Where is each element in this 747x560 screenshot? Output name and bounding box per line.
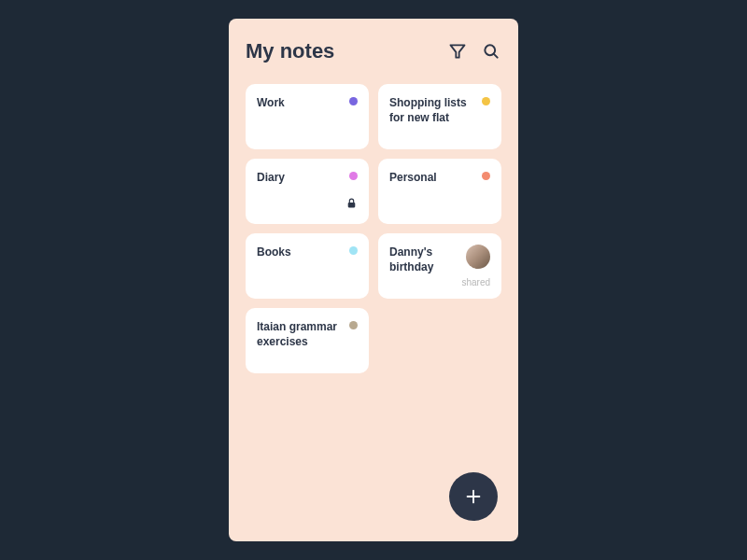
note-title: Itaian grammar exercises	[257, 319, 342, 349]
note-title: Personal	[389, 170, 474, 185]
note-card-work[interactable]: Work	[246, 84, 369, 149]
svg-rect-3	[348, 203, 356, 207]
note-card-diary[interactable]: Diary	[246, 159, 369, 224]
note-card-shopping[interactable]: Shopping lists for new flat	[378, 84, 501, 149]
lock-icon	[345, 196, 358, 213]
notes-app-screen: My notes Work Shopping lists for new fla…	[229, 19, 518, 541]
note-card-danny[interactable]: Danny's birthday shared	[378, 233, 501, 299]
color-dot	[482, 172, 490, 180]
color-dot	[349, 172, 358, 180]
note-card-italian[interactable]: Itaian grammar exercises	[246, 308, 369, 373]
notes-grid: Work Shopping lists for new flat Diary	[246, 84, 501, 373]
color-dot	[349, 97, 358, 105]
shared-label: shared	[461, 277, 490, 287]
page-title: My notes	[246, 39, 334, 63]
avatar	[466, 245, 490, 269]
color-dot	[482, 97, 490, 105]
note-title: Work	[257, 95, 342, 110]
header-actions	[447, 41, 501, 62]
plus-icon	[463, 486, 484, 507]
note-card-personal[interactable]: Personal	[378, 159, 501, 224]
note-title: Danny's birthday	[389, 245, 458, 274]
svg-marker-0	[451, 45, 465, 57]
color-dot	[349, 246, 358, 255]
note-title: Shopping lists for new flat	[389, 95, 474, 125]
note-title: Books	[257, 245, 342, 259]
filter-icon[interactable]	[447, 41, 468, 62]
svg-line-2	[494, 54, 498, 58]
search-icon[interactable]	[481, 41, 501, 62]
add-note-button[interactable]	[449, 472, 498, 521]
color-dot	[349, 321, 358, 329]
note-card-books[interactable]: Books	[246, 233, 369, 299]
note-title: Diary	[257, 170, 342, 185]
header: My notes	[246, 39, 501, 63]
